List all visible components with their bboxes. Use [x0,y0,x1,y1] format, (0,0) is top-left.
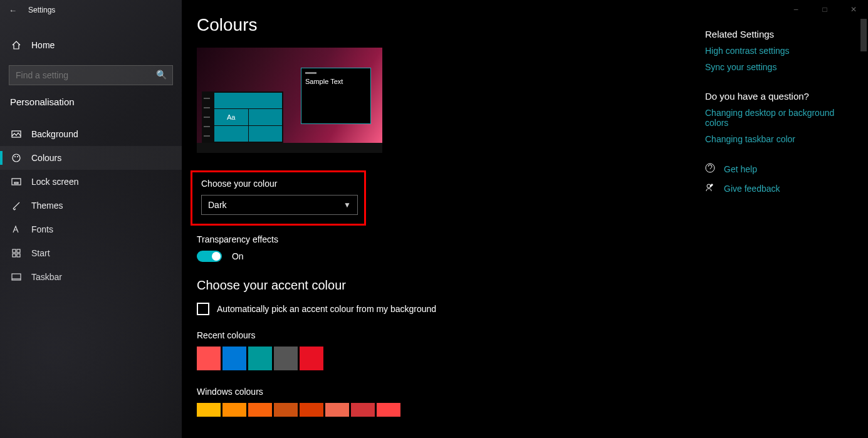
svg-rect-5 [14,182,18,184]
transparency-setting: Transparency effects On [197,234,705,262]
recent-colours [197,347,705,370]
close-button[interactable]: ✕ [839,0,868,19]
colour-swatch[interactable] [248,403,272,417]
home-icon [11,40,21,50]
auto-accent-row[interactable]: Automatically pick an accent colour from… [197,303,705,315]
colour-swatch[interactable] [197,347,221,370]
svg-point-1 [13,154,20,162]
colour-swatch[interactable] [222,347,246,370]
sidebar-item-label: Lock screen [31,177,78,187]
svg-point-2 [14,156,16,157]
search-input[interactable] [9,65,173,85]
nav: Background Colours Lock screen Themes Fo… [0,122,182,289]
preview-window: Sample Text [301,68,371,124]
app-title: Settings [28,6,55,14]
transparency-state: On [232,251,244,261]
scrollbar-thumb[interactable] [860,19,867,51]
auto-accent-checkbox[interactable] [197,303,209,315]
transparency-toggle[interactable] [197,251,222,262]
sidebar-item-lockscreen[interactable]: Lock screen [0,170,182,194]
font-icon [11,224,21,234]
palette-icon [11,153,21,163]
sidebar: ← Settings Home 🔍 Personalisation Backgr… [0,0,182,438]
windows-colours [197,403,705,417]
svg-rect-6 [13,249,16,253]
sidebar-item-label: Colours [31,153,61,163]
get-help-label: Get help [724,164,757,174]
content: Colours Aa Sample Text Choose your colou… [197,15,705,438]
colour-swatch[interactable] [377,403,400,417]
svg-rect-9 [17,254,20,257]
colour-swatch[interactable] [325,403,349,417]
accent-title: Choose your accent colour [197,278,705,293]
taskbar-icon [11,272,21,282]
preview-start: Aa [202,91,283,143]
colour-swatch[interactable] [300,347,323,370]
link-changing-taskbar[interactable]: Changing taskbar color [705,134,849,144]
minimize-button[interactable]: – [782,0,810,19]
search-icon: 🔍 [156,70,167,80]
give-feedback-button[interactable]: Give feedback [705,182,849,194]
brush-icon [11,201,21,211]
colour-swatch[interactable] [248,347,272,370]
sidebar-item-colours[interactable]: Colours [0,146,182,170]
related-settings-title: Related Settings [705,29,849,39]
chevron-down-icon: ▼ [343,201,351,209]
sidebar-item-fonts[interactable]: Fonts [0,217,182,241]
scrollbar[interactable] [859,19,868,438]
sidebar-item-start[interactable]: Start [0,241,182,265]
back-icon[interactable]: ← [9,6,17,15]
svg-rect-8 [13,254,16,257]
colour-swatch[interactable] [274,403,298,417]
lock-icon [11,177,21,187]
windows-colours-label: Windows colours [197,387,705,397]
colour-swatch[interactable] [274,347,298,370]
svg-rect-7 [17,249,20,253]
home-label: Home [31,40,55,50]
search-container: 🔍 [9,65,173,85]
give-feedback-label: Give feedback [724,184,780,194]
colour-swatch[interactable] [222,403,246,417]
preview-sample-text: Sample Text [305,78,343,85]
link-high-contrast[interactable]: High contrast settings [705,46,849,56]
sidebar-item-label: Start [31,248,50,258]
sidebar-item-label: Themes [31,201,63,211]
sidebar-item-taskbar[interactable]: Taskbar [0,265,182,289]
category-label: Personalisation [0,85,182,113]
sidebar-item-label: Fonts [31,224,53,234]
choose-colour-select[interactable]: Dark ▼ [201,195,358,215]
get-help-button[interactable]: Get help [705,163,849,175]
sidebar-item-themes[interactable]: Themes [0,194,182,217]
home-button[interactable]: Home [0,34,182,56]
choose-colour-label: Choose your colour [201,179,355,189]
window-controls: – □ ✕ [782,0,868,19]
sidebar-item-label: Background [31,129,78,139]
auto-accent-label: Automatically pick an accent colour from… [217,304,436,314]
preview-aa: Aa [214,109,248,125]
svg-point-3 [17,156,18,157]
titlebar: ← Settings [0,0,182,20]
right-column: Related Settings High contrast settings … [705,15,849,438]
image-icon [11,129,21,139]
feedback-icon [705,182,716,194]
link-changing-background[interactable]: Changing desktop or background colors [705,108,849,128]
help-icon [705,163,716,175]
colour-swatch[interactable] [351,403,375,417]
page-title: Colours [197,15,705,35]
colour-swatch[interactable] [300,403,323,417]
choose-colour-value: Dark [208,200,227,210]
grid-icon [11,248,21,258]
maximize-button[interactable]: □ [810,0,839,19]
link-sync-settings[interactable]: Sync your settings [705,62,849,72]
colour-swatch[interactable] [197,403,221,417]
question-title: Do you have a question? [705,91,849,102]
sidebar-item-label: Taskbar [31,272,62,282]
colour-preview: Aa Sample Text [197,48,382,153]
transparency-label: Transparency effects [197,234,705,244]
highlight-choose-colour: Choose your colour Dark ▼ [191,170,366,226]
main: Colours Aa Sample Text Choose your colou… [182,0,868,438]
sidebar-item-background[interactable]: Background [0,122,182,146]
recent-colours-label: Recent colours [197,330,705,340]
